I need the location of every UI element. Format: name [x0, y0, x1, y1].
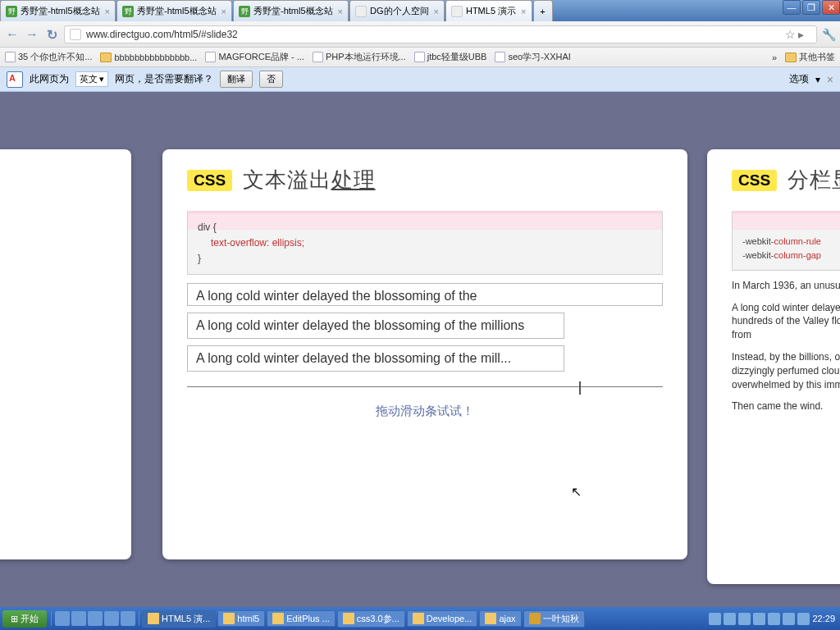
- browser-tabstrip: 野秀野堂-html5概念站× 野秀野堂-html5概念站× 野秀野堂-html5…: [0, 0, 840, 21]
- select-value: 英文: [80, 73, 98, 85]
- slide-next: CSS 分栏显示 -webkit-column-cou -webkit-colu…: [707, 149, 840, 584]
- app-icon: [529, 613, 541, 624]
- taskbar-item[interactable]: Develope...: [407, 610, 478, 627]
- wrench-icon[interactable]: 🔧: [822, 28, 835, 41]
- tab-4[interactable]: DG的个人空间×: [349, 0, 445, 21]
- code-line: div {: [198, 220, 652, 235]
- maximize-button[interactable]: ❐: [802, 0, 820, 15]
- toolbar: ← → ↻ www.directguo.com/html5/#slide32 ☆…: [0, 21, 840, 48]
- tab-2[interactable]: 野秀野堂-html5概念站×: [116, 0, 232, 21]
- taskbar-item[interactable]: HTML5 演...: [142, 610, 216, 628]
- no-button[interactable]: 否: [259, 71, 283, 88]
- translate-bar: 此网页为 英文▾ 网页，是否需要翻译？ 翻译 否 选项▾ ×: [0, 67, 840, 92]
- tab-1[interactable]: 野秀野堂-html5概念站×: [0, 0, 116, 21]
- bookmark-item[interactable]: bbbbbbbbbbbbbbb...: [100, 52, 197, 62]
- other-bookmarks[interactable]: 其他书签: [785, 51, 835, 63]
- taskbar-item[interactable]: 一叶知秋: [523, 610, 585, 628]
- folder-icon: [785, 52, 797, 62]
- close-icon[interactable]: ×: [338, 7, 343, 16]
- bookmark-item[interactable]: PHP本地运行环境...: [313, 51, 406, 63]
- tray-icon[interactable]: [753, 613, 765, 625]
- slider-handle[interactable]: [579, 381, 581, 395]
- taskbar-item[interactable]: ajax: [479, 610, 521, 627]
- ql-icon[interactable]: [121, 611, 135, 626]
- tray-icon[interactable]: [768, 613, 780, 625]
- ql-icon[interactable]: [71, 611, 86, 626]
- slide-current: CSS 文本溢出处理 div { text-overflow: ellipsis…: [162, 149, 687, 559]
- favicon-icon: 野: [6, 6, 17, 17]
- bookmark-star-icon[interactable]: ☆: [785, 28, 798, 41]
- bookmark-item[interactable]: 35 个你也许不知...: [5, 51, 92, 63]
- new-tab-button[interactable]: +: [533, 0, 553, 21]
- task-label: EditPlus ...: [286, 614, 330, 623]
- ql-icon[interactable]: [55, 611, 70, 626]
- page-icon: [414, 52, 425, 62]
- url-text: www.directguo.com/html5/#slide32: [86, 29, 238, 40]
- ql-icon[interactable]: [88, 611, 103, 626]
- tray-icon[interactable]: [797, 613, 810, 625]
- close-icon[interactable]: ×: [521, 7, 526, 16]
- page-icon: [5, 52, 16, 62]
- overflow-demo-box: A long cold winter delayed the blossomin…: [187, 345, 564, 372]
- bookmark-item[interactable]: jtbc轻量级UBB: [414, 51, 487, 63]
- overflow-demo-box: A long cold winter delayed the blossomin…: [187, 313, 564, 339]
- system-tray: 22:29: [704, 613, 840, 625]
- globe-icon: [70, 29, 81, 40]
- tab-3[interactable]: 野秀野堂-html5概念站×: [233, 0, 349, 21]
- language-select[interactable]: 英文▾: [75, 71, 108, 87]
- windows-icon: ⊞: [11, 614, 18, 624]
- bookmark-label: jtbc轻量级UBB: [427, 51, 487, 63]
- translate-button[interactable]: 翻译: [220, 71, 253, 88]
- reload-button[interactable]: ↻: [44, 27, 59, 42]
- bookmark-item[interactable]: seo学习-XXHAI: [495, 51, 570, 63]
- page-icon: [205, 52, 216, 62]
- back-button[interactable]: ←: [5, 27, 20, 42]
- close-icon[interactable]: ×: [434, 7, 439, 16]
- minimize-button[interactable]: —: [783, 0, 801, 15]
- bookmark-label: PHP本地运行环境...: [326, 51, 406, 63]
- column-text: In March 1936, an unusual occurred in Sa…: [732, 279, 840, 413]
- tab-active[interactable]: HTML5 演示×: [445, 0, 532, 21]
- page-icon: [495, 52, 505, 62]
- code-line: -webkit-column-gap: [742, 249, 840, 263]
- clock[interactable]: 22:29: [812, 614, 835, 623]
- taskbar-item[interactable]: css3.0参...: [337, 610, 405, 628]
- demo-area: A long cold winter delayed the blossomin…: [187, 283, 663, 419]
- dropdown-icon[interactable]: ▸: [798, 28, 811, 41]
- bookmark-label: bbbbbbbbbbbbbbb...: [114, 52, 197, 62]
- close-bar-icon[interactable]: ×: [827, 73, 833, 86]
- quick-launch: [51, 611, 139, 626]
- task-label: Develope...: [427, 614, 472, 623]
- options-link[interactable]: 选项: [789, 72, 809, 86]
- task-label: html5: [237, 614, 259, 623]
- tray-icon[interactable]: [724, 613, 736, 625]
- tray-icon[interactable]: [783, 613, 795, 625]
- address-bar[interactable]: www.directguo.com/html5/#slide32 ☆ ▸: [64, 25, 817, 43]
- app-icon: [343, 613, 354, 624]
- taskbar-item[interactable]: html5: [217, 610, 265, 627]
- tab-label: HTML5 演示: [466, 5, 516, 17]
- start-button[interactable]: ⊞开始: [2, 610, 47, 628]
- paragraph: Instead, by the billions, once. Seemingl…: [732, 350, 840, 391]
- close-window-button[interactable]: ✕: [822, 0, 840, 15]
- tray-icon[interactable]: [709, 613, 721, 625]
- translate-text: 网页，是否需要翻译？: [115, 72, 213, 86]
- paragraph: A long cold winter delayed the millions …: [732, 301, 840, 342]
- code-line: -webkit-column-cou: [742, 220, 840, 235]
- tray-icon[interactable]: [738, 613, 751, 625]
- overflow-chevron-icon[interactable]: »: [772, 52, 777, 62]
- slide-previous: LeagueGothic font: [0, 149, 131, 559]
- bookmark-item[interactable]: MAGFORCE品牌 - ...: [205, 51, 304, 63]
- chevron-down-icon: ▾: [815, 74, 820, 85]
- close-icon[interactable]: ×: [221, 7, 226, 16]
- close-icon[interactable]: ×: [105, 7, 110, 16]
- bookmarks-bar: 35 个你也许不知... bbbbbbbbbbbbbbb... MAGFORCE…: [0, 48, 840, 67]
- taskbar-item[interactable]: EditPlus ...: [267, 610, 336, 627]
- translate-icon: [7, 71, 23, 88]
- page-content: LeagueGothic font CSS 文本溢出处理 div { text-…: [0, 92, 840, 607]
- slider-track[interactable]: [187, 386, 663, 387]
- forward-button[interactable]: →: [25, 27, 39, 42]
- code-block: div { text-overflow: ellipsis; }: [187, 211, 663, 275]
- tab-label: 秀野堂-html5概念站: [21, 5, 100, 17]
- ql-icon[interactable]: [104, 611, 119, 626]
